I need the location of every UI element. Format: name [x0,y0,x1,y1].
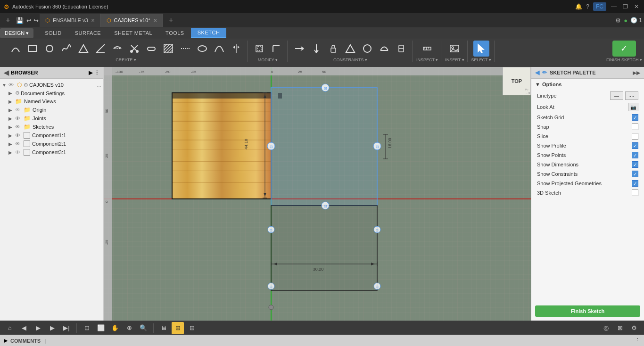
slice-checkbox[interactable] [632,133,638,140]
palette-row-show-points[interactable]: Show Points ✓ [535,150,640,160]
polygon-tool-btn[interactable] [75,41,91,57]
tab-ensamble-close[interactable]: ✕ [91,18,95,23]
select-label[interactable]: SELECT ▾ [471,58,491,62]
show-projected-checkbox[interactable]: ✓ [632,180,638,187]
joints-vis-icon[interactable]: 👁 [15,115,23,121]
comp3-vis-icon[interactable]: 👁 [15,149,23,155]
undo-icon[interactable]: ↩ [26,17,32,24]
comp1-vis-icon[interactable]: 👁 [15,132,23,138]
palette-row-sketch-grid[interactable]: Sketch Grid ✓ [535,113,640,122]
conic-tool-btn[interactable] [211,41,227,57]
save-icon[interactable]: 💾 [16,17,24,24]
insert-image-btn[interactable] [446,41,462,57]
palette-expand-icon[interactable]: ◀ [535,69,539,76]
browser-item-doc-settings[interactable]: ▶ ⚙ Document Settings [0,89,103,97]
menu-tab-solid[interactable]: SOLID [38,28,68,38]
browser-item-root[interactable]: ▼ 👁 ⬡ ⚙ CAJONES v10 … [0,81,103,89]
sketch-grid-checkbox[interactable]: ✓ [632,114,638,121]
offset-tool-btn[interactable] [251,41,267,57]
palette-collapse-btn[interactable]: ▶▶ [633,70,640,75]
palette-row-show-dimensions[interactable]: Show Dimensions ✓ [535,160,640,169]
horizontal-constraint-btn[interactable] [291,41,307,57]
select-tool-btn[interactable] [473,41,489,57]
design-button[interactable]: DESIGN ▾ [0,28,33,38]
trim-tool-btn[interactable] [126,41,142,57]
end-btn[interactable]: ▶| [60,322,73,334]
viewport[interactable]: -100 -75 -50 -25 0 25 50 50 25 0 -25 [104,67,531,321]
finish-sketch-toolbar-btn[interactable]: ✓ FINISH SKETCH ▾ [606,41,642,62]
view-settings-btn[interactable]: ⊟ [186,322,198,334]
title-bar-right[interactable]: 🔔 ? FC — ❐ ✕ [575,2,640,11]
online-icon[interactable]: ● [624,17,627,24]
pan-btn[interactable]: ✋ [109,322,121,334]
show-dimensions-checkbox[interactable]: ✓ [632,161,638,168]
browser-item-joints[interactable]: ▶ 👁 📁 Joints [0,114,103,123]
linetype-controls[interactable]: — - - [610,91,638,100]
animate-btn[interactable]: ◎ [600,322,612,334]
origin-vis-icon[interactable]: 👁 [15,107,23,113]
tab-cajones[interactable]: ⬡ CAJONES v10* ✕ [101,14,163,27]
timeline-btn[interactable]: ⊠ [614,322,626,334]
constraints-label[interactable]: CONSTRAINTS ▾ [333,58,367,62]
browser-expand-btn[interactable]: ▶ [89,70,92,76]
mirror-tool-btn[interactable] [228,41,244,57]
user-icon[interactable]: FC [593,2,606,11]
circle-tool-btn[interactable] [41,41,58,57]
linetype-solid-btn[interactable]: — [610,91,623,100]
tab-add-btn[interactable]: + [165,14,177,26]
play-btn[interactable]: ▶ [32,322,44,334]
next-btn[interactable]: ▶ [46,322,58,334]
grid-settings-btn[interactable]: ⊞ [172,322,184,334]
root-vis-icon[interactable]: 👁 [8,82,16,88]
slot-tool-btn[interactable] [143,41,159,57]
selection-box-btn[interactable]: ⬜ [95,322,107,334]
show-points-checkbox[interactable]: ✓ [632,152,638,158]
minimize-btn[interactable]: — [610,3,618,10]
fillet-tool-btn[interactable] [268,41,284,57]
finish-sketch-palette-btn[interactable]: Finish Sketch [535,305,640,317]
palette-row-slice[interactable]: Slice [535,132,640,141]
zoom-window-btn[interactable]: 🔍 [137,322,149,334]
menu-tab-sketch[interactable]: SKETCH [191,28,227,38]
3d-sketch-checkbox[interactable] [632,189,638,196]
menu-tab-tools[interactable]: TOOLS [159,28,191,38]
lock-constraint-btn[interactable] [325,41,341,57]
inspect-label[interactable]: INSPECT ▾ [416,58,438,62]
maximize-btn[interactable]: ❐ [621,3,629,10]
measure-tool-btn[interactable] [419,41,435,57]
clock-icon[interactable]: 🕐 1 [630,17,642,24]
circle-constraint-btn[interactable] [359,41,375,57]
browser-more-btn[interactable]: ⋮ [94,70,99,76]
menu-tab-surface[interactable]: SURFACE [68,28,107,38]
notification-icon[interactable]: 🔔 [575,3,582,10]
comments-expand-btn[interactable]: | [44,338,46,344]
construction-line-btn[interactable] [177,41,193,57]
browser-item-sketches[interactable]: ▶ 👁 📁 Sketches [0,123,103,131]
home-btn[interactable]: ⌂ [4,322,16,334]
palette-row-3d-sketch[interactable]: 3D Sketch [535,188,640,198]
palette-row-show-projected[interactable]: Show Projected Geometries ✓ [535,179,640,188]
sketches-vis-icon[interactable]: 👁 [15,124,23,130]
rect-tool-btn[interactable] [25,41,41,57]
arc2-tool-btn[interactable] [109,41,125,57]
arc-tool-btn[interactable] [8,41,24,57]
close-btn[interactable]: ✕ [633,3,640,10]
spline-tool-btn[interactable] [58,41,74,57]
browser-item-named-views[interactable]: ▶ 📁 Named Views [0,97,103,106]
redo-icon[interactable]: ↪ [33,17,39,24]
palette-options-header[interactable]: ▼ Options [535,82,640,87]
insert-label[interactable]: INSERT ▾ [445,58,464,62]
browser-item-comp1[interactable]: ▶ 👁 Component1:1 [0,131,103,140]
modify-label[interactable]: MODIFY ▾ [258,58,278,62]
tab-cajones-close[interactable]: ✕ [153,18,157,23]
palette-row-show-constraints[interactable]: Show Constraints ✓ [535,169,640,179]
browser-item-origin[interactable]: ▶ 👁 📁 Origin [0,106,103,114]
hatch-tool-btn[interactable] [160,41,176,57]
show-profile-checkbox[interactable]: ✓ [632,142,638,149]
palette-row-snap[interactable]: Snap [535,122,640,132]
browser-item-root-settings-icon[interactable]: ⚙ [24,82,28,88]
root-options-icon[interactable]: … [97,82,101,88]
zoom-fit-btn[interactable]: ⊕ [123,322,135,334]
comp2-vis-icon[interactable]: 👁 [15,141,23,147]
linetype-dashed-btn[interactable]: - - [625,91,638,100]
